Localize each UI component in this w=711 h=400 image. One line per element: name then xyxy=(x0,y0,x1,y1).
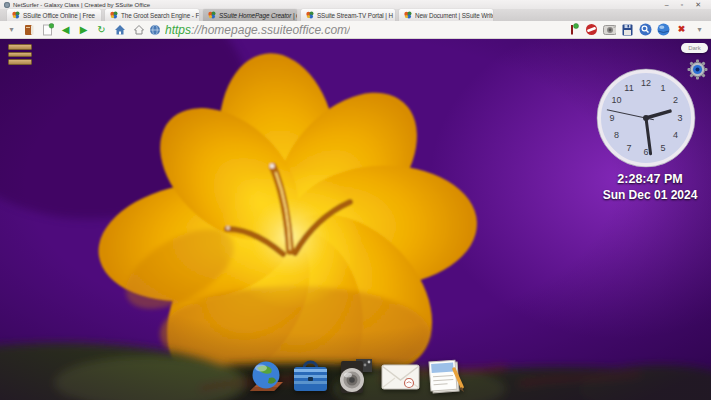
dock-media-speaker-icon[interactable] xyxy=(335,356,376,397)
ssuite-splash-favicon xyxy=(208,11,216,19)
status-flag-icon[interactable] xyxy=(567,23,580,36)
svg-text:9: 9 xyxy=(609,113,614,123)
save-disk-icon[interactable] xyxy=(621,23,634,36)
web-globe-icon[interactable] xyxy=(657,23,670,36)
home-icon[interactable] xyxy=(113,23,126,36)
svg-text:7: 7 xyxy=(626,143,631,153)
tab-label: The Groot Search Engine - F xyxy=(121,12,199,19)
svg-text:11: 11 xyxy=(624,83,633,93)
digital-time: 2:28:47 PM xyxy=(560,172,711,186)
navigation-toolbar: ▾ ◀ ▶ ↻ https://homepage.ssuiteoffice.co… xyxy=(0,21,711,39)
minimize-button[interactable]: – xyxy=(665,0,669,9)
hamburger-bar xyxy=(8,52,32,58)
zoom-icon[interactable] xyxy=(639,23,652,36)
tab-groot-search[interactable]: The Groot Search Engine - F xyxy=(105,9,199,21)
ssuite-splash-favicon xyxy=(110,11,118,19)
svg-text:3: 3 xyxy=(677,113,682,123)
forward-icon[interactable]: ▶ xyxy=(77,23,90,36)
ssuite-splash-favicon xyxy=(404,11,412,19)
ssuite-splash-favicon xyxy=(12,11,20,19)
site-home-icon[interactable] xyxy=(133,24,145,36)
new-page-icon[interactable] xyxy=(41,23,54,36)
close-button[interactable]: ✕ xyxy=(695,0,701,9)
app-dock xyxy=(245,356,466,397)
stop-icon[interactable]: ✖ xyxy=(675,23,688,36)
homepage-content: Dark 12 1 2 3 4 5 6 xyxy=(0,39,711,400)
dock-mail-envelope-icon[interactable] xyxy=(380,356,421,397)
maximize-button[interactable]: ▫ xyxy=(681,0,683,9)
menu-dropdown-icon[interactable]: ▾ xyxy=(5,23,18,36)
bookmarks-book-icon[interactable] xyxy=(23,23,36,36)
svg-text:4: 4 xyxy=(673,130,678,140)
tab-label: SSuite Office Online | Free xyxy=(23,12,95,19)
url-text[interactable]: https://homepage.ssuiteoffice.com/ xyxy=(165,23,350,37)
tab-stream-tv-portal[interactable]: SSuite Stream-TV Portal | H xyxy=(301,9,395,21)
tab-homepage-creator-active[interactable]: SSuite HomePage Creator | C xyxy=(203,9,297,21)
refresh-icon[interactable]: ↻ xyxy=(95,23,108,36)
site-globe-icon[interactable] xyxy=(149,24,161,36)
tab-bar: SSuite Office Online | Free The Groot Se… xyxy=(0,9,711,21)
tab-new-document-write[interactable]: New Document | SSuite Write xyxy=(399,9,493,21)
svg-text:8: 8 xyxy=(614,130,619,140)
svg-text:10: 10 xyxy=(611,95,621,105)
tab-label: New Document | SSuite Write xyxy=(415,12,493,19)
svg-text:6: 6 xyxy=(643,147,648,157)
address-bar[interactable]: https://homepage.ssuiteoffice.com/ xyxy=(131,22,562,37)
more-dropdown-icon[interactable]: ▾ xyxy=(693,23,706,36)
dock-briefcase-icon[interactable] xyxy=(290,356,331,397)
browser-window: NetSurfer - Galaxy Class | Created by SS… xyxy=(0,0,711,400)
back-icon[interactable]: ◀ xyxy=(59,23,72,36)
digital-date: Sun Dec 01 2024 xyxy=(560,188,711,202)
ssuite-splash-favicon xyxy=(306,11,314,19)
adblock-icon[interactable] xyxy=(585,23,598,36)
app-globe-icon xyxy=(4,2,10,8)
tab-ssuite-office-online[interactable]: SSuite Office Online | Free xyxy=(7,9,101,21)
dark-mode-toggle[interactable]: Dark xyxy=(681,43,708,53)
tab-label: SSuite Stream-TV Portal | H xyxy=(317,12,393,19)
analog-clock: 12 1 2 3 4 5 6 7 8 9 10 11 xyxy=(596,68,696,168)
hamburger-bar xyxy=(8,59,32,65)
svg-text:1: 1 xyxy=(660,83,665,93)
hamburger-bar xyxy=(8,44,32,50)
title-bar: NetSurfer - Galaxy Class | Created by SS… xyxy=(0,0,711,9)
window-title: NetSurfer - Galaxy Class | Created by SS… xyxy=(13,2,150,8)
svg-text:2: 2 xyxy=(673,95,678,105)
svg-text:5: 5 xyxy=(660,143,665,153)
dock-internet-globe-icon[interactable] xyxy=(245,356,286,397)
screenshot-camera-icon[interactable] xyxy=(603,23,616,36)
hamburger-menu-button[interactable] xyxy=(8,44,32,67)
svg-text:12: 12 xyxy=(641,78,651,88)
tab-label: SSuite HomePage Creator | C xyxy=(219,12,297,19)
dock-write-notebook-icon[interactable] xyxy=(425,356,466,397)
